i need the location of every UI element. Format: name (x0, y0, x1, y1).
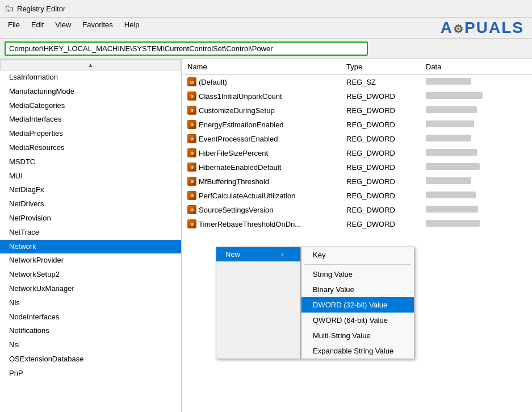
tree-item-nodeinterfaces[interactable]: NodeInterfaces (0, 310, 181, 324)
tree-item-nsi[interactable]: Nsi (0, 338, 181, 352)
value-data-5 (420, 148, 532, 159)
value-type-0: REG_SZ (341, 77, 420, 88)
value-name-5: HiberFileSizePercent (199, 149, 268, 157)
submenu-qword[interactable]: QWORD (64-bit) Value (301, 313, 414, 328)
header-type[interactable]: Type (341, 61, 420, 72)
value-name-2: CustomizeDuringSetup (199, 106, 275, 115)
value-type-8: REG_DWORD (341, 190, 420, 201)
value-data-10 (420, 219, 532, 230)
tree-item-mediacategories[interactable]: MediaCategories (0, 99, 181, 113)
tree-scroll-up[interactable]: ▲ (0, 59, 181, 70)
tree-item-netprovision[interactable]: NetProvision (0, 211, 181, 226)
value-type-9: REG_DWORD (341, 205, 420, 215)
address-bar[interactable] (5, 41, 368, 56)
submenu-divider (304, 264, 411, 265)
tree-item-netdrivers[interactable]: NetDrivers (0, 197, 181, 211)
table-row[interactable]: ⚙ TimerRebaseThresholdOnDri... REG_DWORD (182, 217, 532, 231)
table-row[interactable]: ⚙ Class1InitialUnparkCount REG_DWORD (182, 89, 532, 103)
app-logo: A⚙PUALS (441, 19, 524, 37)
title-bar: 🗂 Registry Editor (0, 0, 532, 18)
menu-view[interactable]: View (49, 19, 77, 37)
table-row[interactable]: ⚙ CustomizeDuringSetup REG_DWORD (182, 103, 532, 118)
tree-item-mediaproperties[interactable]: MediaProperties (0, 127, 181, 141)
tree-item-networkuxmanager[interactable]: NetworkUxManager (0, 282, 181, 296)
value-type-2: REG_DWORD (341, 105, 420, 116)
reg-icon-dword3: ⚙ (187, 120, 196, 129)
reg-icon-dword7: ⚙ (187, 177, 196, 186)
tree-item-msdtc[interactable]: MSDTC (0, 155, 181, 169)
value-data-6 (420, 162, 532, 173)
table-row[interactable]: ⚙ MfBufferingThreshold REG_DWORD (182, 174, 532, 189)
table-row[interactable]: ab (Default) REG_SZ (182, 75, 532, 89)
value-name-8: PerfCalculateActualUtilization (199, 192, 296, 200)
value-data-1 (420, 91, 532, 102)
reg-icon-dword9: ⚙ (187, 205, 196, 214)
tree-item-networksetup2[interactable]: NetworkSetup2 (0, 268, 181, 282)
table-row[interactable]: ⚙ PerfCalculateActualUtilization REG_DWO… (182, 189, 532, 203)
submenu-key[interactable]: Key (301, 247, 414, 263)
reg-icon-ab: ab (187, 77, 196, 86)
value-name-1: Class1InitialUnparkCount (199, 92, 282, 101)
tree-item-nettrace[interactable]: NetTrace (0, 226, 181, 240)
value-data-0 (420, 77, 532, 88)
reg-icon-dword10: ⚙ (187, 219, 196, 228)
tree-item-lsainformation[interactable]: LsaInformation (0, 70, 181, 85)
tree-item-mediainterfaces[interactable]: MediaInterfaces (0, 113, 181, 127)
reg-icon-dword2: ⚙ (187, 106, 196, 115)
table-row[interactable]: ⚙ EventProcessorEnabled REG_DWORD (182, 132, 532, 146)
reg-icon-dword: ⚙ (187, 91, 196, 101)
reg-icon-dword4: ⚙ (187, 134, 196, 143)
value-data-8 (420, 190, 532, 201)
address-bar-container (0, 39, 532, 59)
tree-item-nls[interactable]: Nls (0, 296, 181, 310)
tree-item-mediaresources[interactable]: MediaResources (0, 141, 181, 155)
value-name-4: EventProcessorEnabled (199, 135, 278, 143)
reg-icon-dword8: ⚙ (187, 191, 196, 200)
value-type-7: REG_DWORD (341, 176, 420, 187)
context-menu-new[interactable]: New › (216, 247, 300, 261)
header-data[interactable]: Data (420, 61, 532, 72)
tree-item-pnp[interactable]: PnP (0, 367, 181, 381)
menu-edit[interactable]: Edit (26, 19, 49, 37)
table-row[interactable]: ⚙ HibernateEnabledDefault REG_DWORD (182, 160, 532, 174)
submenu-expand[interactable]: Expandable String Value (301, 343, 414, 359)
submenu-multi[interactable]: Multi-String Value (301, 328, 414, 343)
submenu-arrow: › (282, 251, 283, 257)
menu-help[interactable]: Help (119, 19, 145, 37)
title-bar-text: Registry Editor (17, 5, 65, 13)
value-name-7: MfBufferingThreshold (199, 177, 269, 186)
menu-favorites[interactable]: Favorites (77, 19, 118, 37)
value-type-3: REG_DWORD (341, 119, 420, 130)
tree-item-netdiagfx[interactable]: NetDiagFx (0, 183, 181, 197)
submenu-binary[interactable]: Binary Value (301, 282, 414, 297)
app-icon: 🗂 (5, 3, 14, 14)
value-data-3 (420, 119, 532, 130)
value-name-3: EnergyEstimationEnabled (199, 120, 284, 129)
header-name[interactable]: Name (182, 61, 341, 72)
table-row[interactable]: ⚙ EnergyEstimationEnabled REG_DWORD (182, 118, 532, 132)
tree-item-mui[interactable]: MUI (0, 169, 181, 184)
table-row[interactable]: ⚙ HiberFileSizePercent REG_DWORD (182, 146, 532, 160)
value-type-1: REG_DWORD (341, 91, 420, 102)
menu-bar: File Edit View Favorites Help A⚙PUALS (0, 18, 532, 39)
tree-item-manufacturingmode[interactable]: ManufacturingMode (0, 85, 181, 99)
value-name-10: TimerRebaseThresholdOnDri... (199, 220, 301, 228)
tree-item-network[interactable]: Network (0, 240, 181, 254)
tree-item-osextdb[interactable]: OSExtensionDatabase (0, 352, 181, 367)
value-type-10: REG_DWORD (341, 219, 420, 230)
new-label: New (225, 250, 240, 259)
tree-item-notifications[interactable]: Notifications (0, 324, 181, 338)
submenu-dword[interactable]: DWORD (32-bit) Value (301, 297, 414, 313)
value-data-7 (420, 176, 532, 187)
tree-item-networkprovider[interactable]: NetworkProvider (0, 253, 181, 268)
context-menu-container: New › Key String Value Binary Value DWOR… (216, 247, 414, 359)
main-content: ▲ LsaInformation ManufacturingMode Media… (0, 59, 532, 412)
table-row[interactable]: ⚙ SourceSettingsVersion REG_DWORD (182, 203, 532, 217)
submenu-string[interactable]: String Value (301, 267, 414, 282)
menu-file[interactable]: File (2, 19, 26, 37)
value-data-4 (420, 134, 532, 144)
value-name-6: HibernateEnabledDefault (199, 163, 281, 172)
value-data-2 (420, 105, 532, 116)
value-name-9: SourceSettingsVersion (199, 206, 274, 214)
context-menu: New › (216, 247, 301, 359)
